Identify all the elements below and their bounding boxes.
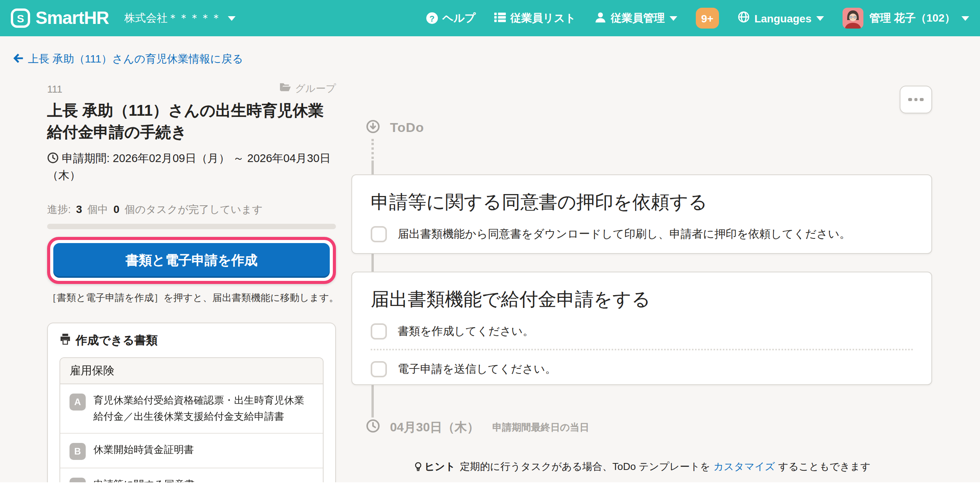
deadline-note: 申請期間最終日の当日 xyxy=(492,421,589,434)
navbar-menu: ? ヘルプ 従業員リスト 従業員管理 9+ La xyxy=(426,8,969,29)
languages-label: Languages xyxy=(754,12,812,24)
back-link-label: 上長 承助（111）さんの育児休業情報に戻る xyxy=(28,52,243,66)
document-row: A 育児休業給付受給資格確認票・出生時育児休業給付金／出生後休業支援給付金支給申… xyxy=(60,384,323,433)
todo-card-title: 申請等に関する同意書の押印を依頼する xyxy=(371,189,913,215)
group-tag: グループ xyxy=(280,82,336,96)
highlight-annotation: 書類と電子申請を作成 xyxy=(47,237,336,284)
documents-heading: 作成できる書類 xyxy=(76,333,158,348)
chevron-down-icon xyxy=(670,16,677,20)
smarthr-home-link[interactable]: S SmartHR xyxy=(11,8,109,29)
application-period: 申請期間: 2026年02月09日（月） ～ 2026年04月30日（木） xyxy=(47,150,336,184)
timeline-segment xyxy=(371,163,374,174)
task-checkbox[interactable] xyxy=(371,361,387,377)
employee-list-link[interactable]: 従業員リスト xyxy=(494,11,576,25)
documents-table: 雇用保険 A 育児休業給付受給資格確認票・出生時育児休業給付金／出生後休業支援給… xyxy=(59,357,324,490)
clock-icon xyxy=(47,152,59,164)
employee-admin-label: 従業員管理 xyxy=(611,11,665,25)
customize-link[interactable]: カスタマイズ xyxy=(714,461,775,472)
cta-note: ［書類と電子申請を作成］を押すと、届出書類機能に移動します。 xyxy=(47,291,336,304)
document-badge: A xyxy=(70,393,86,410)
list-icon xyxy=(494,11,506,25)
help-link[interactable]: ? ヘルプ xyxy=(426,11,476,25)
timeline-segment xyxy=(371,385,374,417)
chevron-down-icon xyxy=(961,16,969,20)
timeline-segment xyxy=(371,254,374,272)
task-label: 電子申請を送信してください。 xyxy=(398,361,556,377)
procedure-code: 111 xyxy=(47,83,63,95)
document-label: 育児休業給付受給資格確認票・出生時育児休業給付金／出生後休業支援給付金支給申請書 xyxy=(93,392,314,425)
employee-list-label: 従業員リスト xyxy=(510,11,576,25)
printer-icon xyxy=(59,333,71,347)
ellipsis-icon xyxy=(909,98,912,101)
hint-label: ヒント xyxy=(424,461,455,472)
deadline-date: 04月30日（木） xyxy=(390,419,479,436)
procedure-summary: 111 グループ 上長 承助（111）さんの出生時育児休業給付金申請の手続き 申… xyxy=(47,82,336,490)
company-selector[interactable]: 株式会社＊＊＊＊＊ xyxy=(124,11,236,25)
task-label: 届出書類機能から同意書をダウンロードして印刷し、申請者に押印を依頼してください。 xyxy=(398,226,851,242)
create-documents-button[interactable]: 書類と電子申請を作成 xyxy=(53,243,330,277)
smarthr-logo-icon: S xyxy=(11,8,30,28)
progress-bar xyxy=(47,223,336,229)
todo-section-header: ToDo xyxy=(366,120,424,137)
more-actions-button[interactable] xyxy=(900,86,932,113)
arrow-down-circle-icon xyxy=(366,120,380,137)
chevron-down-icon xyxy=(228,16,236,20)
avatar xyxy=(843,8,863,29)
back-arrow-icon xyxy=(12,52,24,66)
ellipsis-icon xyxy=(914,98,918,101)
help-label: ヘルプ xyxy=(443,11,476,25)
back-link[interactable]: 上長 承助（111）さんの育児休業情報に戻る xyxy=(12,52,243,66)
document-label: 休業開始時賃金証明書 xyxy=(93,441,194,458)
page-title: 上長 承助（111）さんの出生時育児休業給付金申請の手続き xyxy=(47,100,336,144)
todo-card: 届出書類機能で給付金申請をする 書類を作成してください。 電子申請を送信してくだ… xyxy=(351,272,932,385)
user-account-menu[interactable]: 管理 花子（102） xyxy=(843,8,970,29)
todo-task: 届出書類機能から同意書をダウンロードして印刷し、申請者に押印を依頼してください。 xyxy=(371,226,913,242)
progress-label: 進捗: 3 個中 0 個のタスクが完了しています xyxy=(47,203,336,216)
clock-icon xyxy=(366,419,380,436)
timeline-dotted-segment xyxy=(371,139,374,163)
task-label: 書類を作成してください。 xyxy=(398,323,534,339)
languages-menu[interactable]: Languages xyxy=(738,11,824,25)
ellipsis-icon xyxy=(920,98,924,101)
document-category: 雇用保険 xyxy=(60,358,323,384)
top-navbar: S SmartHR 株式会社＊＊＊＊＊ ? ヘルプ 従業員リスト 従業員 xyxy=(0,0,980,36)
todo-task: 書類を作成してください。 xyxy=(371,323,913,339)
task-divider xyxy=(371,348,913,350)
progress-done: 0 xyxy=(114,203,120,215)
notification-badge[interactable]: 9+ xyxy=(696,8,719,29)
page: S SmartHR 株式会社＊＊＊＊＊ ? ヘルプ 従業員リスト 従業員 xyxy=(0,0,980,490)
todo-task: 電子申請を送信してください。 xyxy=(371,361,913,377)
employee-admin-menu[interactable]: 従業員管理 xyxy=(595,11,677,25)
task-checkbox[interactable] xyxy=(371,323,387,339)
creatable-documents-card: 作成できる書類 雇用保険 A 育児休業給付受給資格確認票・出生時育児休業給付金／… xyxy=(47,322,336,490)
document-badge: B xyxy=(70,443,86,460)
todo-heading: ToDo xyxy=(390,120,424,136)
todo-card-title: 届出書類機能で給付金申請をする xyxy=(371,286,913,312)
page-bottom xyxy=(0,482,980,490)
person-icon xyxy=(595,11,606,25)
brand-name: SmartHR xyxy=(36,8,109,29)
user-name: 管理 花子（102） xyxy=(870,11,956,25)
hint-text: ヒント定期的に行うタスクがある場合、ToDo テンプレートをカスタマイズすること… xyxy=(351,460,932,474)
folder-icon xyxy=(280,83,291,95)
group-label: グループ xyxy=(295,82,336,96)
timeline-deadline: 04月30日（木） 申請期間最終日の当日 xyxy=(366,419,589,436)
todo-card: 申請等に関する同意書の押印を依頼する 届出書類機能から同意書をダウンロードして印… xyxy=(351,174,932,254)
help-icon: ? xyxy=(426,12,438,24)
document-row: B 休業開始時賃金証明書 xyxy=(60,433,323,468)
chevron-down-icon xyxy=(816,16,824,20)
task-checkbox[interactable] xyxy=(371,226,387,242)
application-period-text: 申請期間: 2026年02月09日（月） ～ 2026年04月30日（木） xyxy=(47,152,331,182)
company-name: 株式会社＊＊＊＊＊ xyxy=(124,11,222,25)
globe-icon xyxy=(738,11,750,25)
lightbulb-icon xyxy=(413,461,423,472)
progress-total: 3 xyxy=(76,203,82,215)
